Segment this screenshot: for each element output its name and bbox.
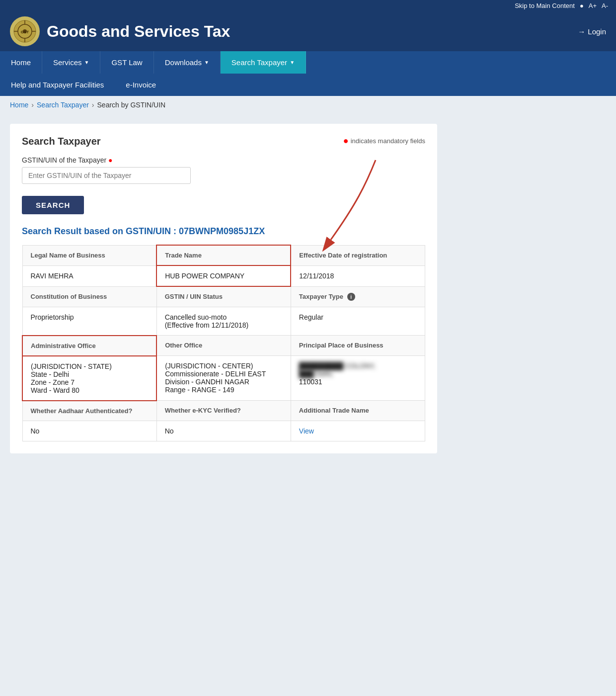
search-card: Search Taxpayer ● indicates mandatory fi… xyxy=(10,124,437,453)
trade-name-header: Trade Name xyxy=(156,245,291,265)
table-row-3-values: (JURISDICTION - STATE) State - Delhi Zon… xyxy=(22,356,425,401)
taxpayer-type-header: Taxpayer Type i xyxy=(291,286,425,307)
ekyc-header: Whether e-KYC Verified? xyxy=(156,401,291,421)
svg-text:GST: GST xyxy=(21,30,29,34)
constitution-value: Proprietorship xyxy=(22,307,156,336)
mandatory-dot: ● xyxy=(343,136,349,146)
skip-main-link[interactable]: Skip to Main Content xyxy=(515,2,575,9)
breadcrumb-search-taxpayer[interactable]: Search Taxpayer xyxy=(37,101,89,109)
view-additional-trade-name-link[interactable]: View xyxy=(299,427,314,435)
logo-icon: GST xyxy=(13,19,37,43)
header: GST Goods and Services Tax → Login xyxy=(0,11,616,51)
result-table: Legal Name of Business Trade Name Effect… xyxy=(22,245,425,441)
aadhaar-value: No xyxy=(22,421,156,441)
nav-services[interactable]: Services ▼ xyxy=(42,51,100,74)
breadcrumb-sep-2: › xyxy=(92,101,94,109)
site-title: Goods and Services Tax xyxy=(47,22,230,41)
table-row-1-values: RAVI MEHRA HUB POWER COMPANY 12/11/2018 xyxy=(22,265,425,286)
search-button[interactable]: SEARCH xyxy=(22,196,84,214)
font-decrease-btn[interactable]: A- xyxy=(602,2,608,9)
nav-einvoice[interactable]: e-Invoice xyxy=(115,74,167,96)
font-increase-btn[interactable]: A+ xyxy=(589,2,597,9)
gstin-status-header: GSTIN / UIN Status xyxy=(156,286,291,307)
additional-trade-name-value: View xyxy=(291,421,425,441)
constitution-header: Constitution of Business xyxy=(22,286,156,307)
card-header: Search Taxpayer ● indicates mandatory fi… xyxy=(22,136,425,147)
mandatory-note: ● indicates mandatory fields xyxy=(343,136,425,146)
table-row-2: Constitution of Business GSTIN / UIN Sta… xyxy=(22,286,425,307)
nav-help[interactable]: Help and Taxpayer Facilities xyxy=(0,74,115,96)
principal-place-header: Principal Place of Business xyxy=(291,336,425,356)
effective-date-header: Effective Date of registration xyxy=(291,245,425,265)
taxpayer-type-value: Regular xyxy=(291,307,425,336)
admin-office-value: (JURISDICTION - STATE) State - Delhi Zon… xyxy=(22,356,156,401)
gstin-required: ● xyxy=(108,156,112,164)
nav-downloads[interactable]: Downloads ▼ xyxy=(154,51,221,74)
table-row-2-values: Proprietorship Cancelled suo-moto (Effec… xyxy=(22,307,425,336)
taxpayer-type-info-icon[interactable]: i xyxy=(347,293,355,301)
contrast-toggle[interactable]: ● xyxy=(580,2,584,9)
table-row-4-values: No No View xyxy=(22,421,425,441)
gstin-input[interactable] xyxy=(22,167,191,184)
ekyc-value: No xyxy=(156,421,291,441)
page-title: Search Taxpayer xyxy=(22,136,101,147)
breadcrumb: Home › Search Taxpayer › Search by GSTIN… xyxy=(0,96,616,114)
nav-home[interactable]: Home xyxy=(0,51,42,74)
table-row-1: Legal Name of Business Trade Name Effect… xyxy=(22,245,425,265)
main-content: Search Taxpayer ● indicates mandatory fi… xyxy=(0,114,616,463)
logo: GST xyxy=(10,16,40,46)
trade-name-value: HUB POWER COMPANY xyxy=(156,265,291,286)
breadcrumb-current: Search by GSTIN/UIN xyxy=(97,101,166,109)
legal-name-header: Legal Name of Business xyxy=(22,245,156,265)
principal-place-blurred-2: ███ Delhi, xyxy=(299,370,417,378)
header-left: GST Goods and Services Tax xyxy=(10,16,230,46)
breadcrumb-home[interactable]: Home xyxy=(10,101,28,109)
gstin-form-group: GSTIN/UIN of the Taxpayer ● xyxy=(22,156,425,184)
additional-trade-name-header: Additional Trade Name xyxy=(291,401,425,421)
gstin-status-value: Cancelled suo-moto (Effective from 12/11… xyxy=(156,307,291,336)
aadhaar-header: Whether Aadhaar Authenticated? xyxy=(22,401,156,421)
search-taxpayer-caret: ▼ xyxy=(290,60,295,65)
downloads-caret: ▼ xyxy=(204,60,209,65)
services-caret: ▼ xyxy=(84,60,89,65)
table-row-3: Administrative Office Other Office Princ… xyxy=(22,336,425,356)
table-row-4: Whether Aadhaar Authenticated? Whether e… xyxy=(22,401,425,421)
nav-bar-2: Help and Taxpayer Facilities e-Invoice xyxy=(0,74,616,96)
breadcrumb-sep-1: › xyxy=(31,101,34,109)
nav-search-taxpayer[interactable]: Search Taxpayer ▼ xyxy=(221,51,306,74)
search-result: Search Result based on GSTIN/UIN : 07BWN… xyxy=(22,226,425,441)
effective-date-value: 12/11/2018 xyxy=(291,265,425,286)
login-icon: → xyxy=(578,27,585,36)
other-office-header: Other Office xyxy=(156,336,291,356)
admin-office-header: Administrative Office xyxy=(22,336,156,356)
other-office-value: (JURISDICTION - CENTER) Commissionerate … xyxy=(156,356,291,401)
result-title: Search Result based on GSTIN/UIN : 07BWN… xyxy=(22,226,425,237)
login-button[interactable]: → Login xyxy=(578,27,606,36)
nav-bar: Home Services ▼ GST Law Downloads ▼ Sear… xyxy=(0,51,616,74)
nav-gst-law[interactable]: GST Law xyxy=(100,51,154,74)
principal-place-blurred-1: █████████ COLONY, xyxy=(299,362,417,370)
legal-name-value: RAVI MEHRA xyxy=(22,265,156,286)
top-bar: Skip to Main Content ● A+ A- xyxy=(0,0,616,11)
principal-place-value: █████████ COLONY, ███ Delhi, 110031 xyxy=(291,356,425,401)
gstin-label: GSTIN/UIN of the Taxpayer ● xyxy=(22,156,425,164)
